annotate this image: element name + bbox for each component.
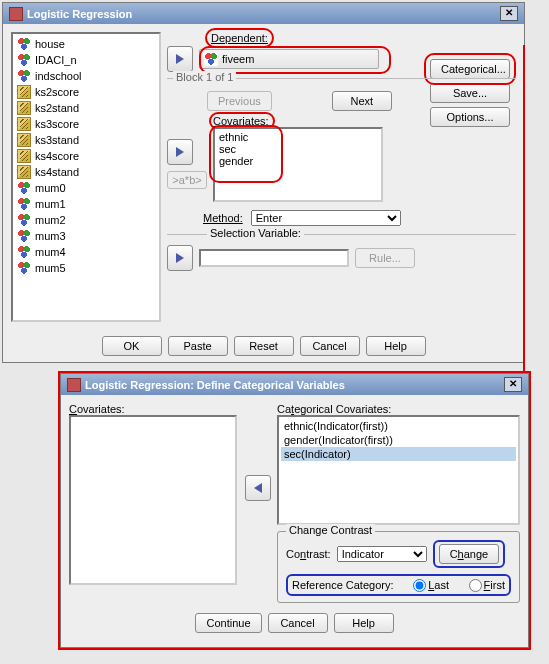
categorical-covariate-item[interactable]: sec(Indicator) [281,447,516,461]
variable-item[interactable]: ks3score [15,116,157,132]
block-label: Block 1 of 1 [173,71,236,83]
help-button[interactable]: Help [334,613,394,633]
last-radio[interactable] [413,579,426,592]
nominal-icon [17,229,31,243]
variable-item[interactable]: ks4stand [15,164,157,180]
dependent-field[interactable]: fiveem [199,49,379,69]
previous-button: Previous [207,91,272,111]
cancel-button[interactable]: Cancel [300,336,360,356]
paste-button[interactable]: Paste [168,336,228,356]
variable-item[interactable]: mum4 [15,244,157,260]
variable-name: mum0 [35,182,66,194]
variable-name: IDACI_n [35,54,77,66]
variable-name: ks4score [35,150,79,162]
contrast-select[interactable]: Indicator [337,546,427,562]
change-contrast-legend: Change Contrast [286,524,375,536]
variable-name: mum5 [35,262,66,274]
scale-icon [17,117,31,131]
variable-name: mum3 [35,230,66,242]
variable-item[interactable]: indschool [15,68,157,84]
covariates-label: Covariates: [69,403,239,415]
variable-item[interactable]: ks4score [15,148,157,164]
dependent-value: fiveem [222,53,254,65]
nominal-icon [17,53,31,67]
categorical-covariates-label: Categorical Covariates: [277,403,520,415]
variable-item[interactable]: house [15,36,157,52]
last-label: Last [428,579,449,591]
covariates-label: Covariates: [213,115,269,127]
variable-name: indschool [35,70,81,82]
contrast-label: Contrast: [286,548,331,560]
reference-category-label: Reference Category: [292,579,394,591]
connector-line [523,45,525,383]
variable-item[interactable]: mum1 [15,196,157,212]
categorical-covariate-item[interactable]: ethnic(Indicator(first)) [281,419,516,433]
variable-item[interactable]: ks2stand [15,100,157,116]
variable-item[interactable]: IDACI_n [15,52,157,68]
variable-item[interactable]: mum2 [15,212,157,228]
variable-item[interactable]: ks3stand [15,132,157,148]
selection-field[interactable] [199,249,349,267]
close-icon[interactable]: ✕ [504,377,522,392]
scale-icon [17,85,31,99]
cancel-button[interactable]: Cancel [268,613,328,633]
nominal-icon [17,69,31,83]
variable-name: ks2stand [35,102,79,114]
variable-name: ks4stand [35,166,79,178]
variable-name: mum2 [35,214,66,226]
categorical-covariates-list[interactable]: ethnic(Indicator(first))gender(Indicator… [277,415,520,525]
covariates-box[interactable]: ethnicsecgender [213,127,383,202]
covariate-item[interactable]: ethnic [219,131,377,143]
scale-icon [17,165,31,179]
method-label: Method: [203,212,243,224]
window-title: Logistic Regression: Define Categorical … [85,379,345,391]
move-selection-button[interactable] [167,245,193,271]
move-covariate-button[interactable] [167,139,193,165]
next-button[interactable]: Next [332,91,392,111]
variable-item[interactable]: ks2score [15,84,157,100]
app-icon [67,378,81,392]
help-button[interactable]: Help [366,336,426,356]
scale-icon [17,101,31,115]
scale-icon [17,149,31,163]
nominal-icon [17,245,31,259]
window-title: Logistic Regression [27,8,132,20]
nominal-icon [17,213,31,227]
nominal-icon [204,52,218,66]
nominal-icon [17,197,31,211]
interaction-button: >a*b> [167,171,207,189]
selection-label: Selection Variable: [207,227,304,239]
variable-name: mum1 [35,198,66,210]
variable-name: ks2score [35,86,79,98]
continue-button[interactable]: Continue [195,613,261,633]
reset-button[interactable]: Reset [234,336,294,356]
dependent-label: Dependent: [211,32,268,44]
variable-list[interactable]: houseIDACI_nindschoolks2scoreks2standks3… [11,32,161,322]
move-dependent-button[interactable] [167,46,193,72]
variable-item[interactable]: mum5 [15,260,157,276]
method-select[interactable]: Enter [251,210,401,226]
rule-button: Rule... [355,248,415,268]
variable-name: ks3stand [35,134,79,146]
first-label: First [484,579,505,591]
variable-name: mum4 [35,246,66,258]
variable-item[interactable]: mum0 [15,180,157,196]
variable-item[interactable]: mum3 [15,228,157,244]
nominal-icon [17,181,31,195]
ok-button[interactable]: OK [102,336,162,356]
covariate-item[interactable]: gender [219,155,377,167]
variable-name: ks3score [35,118,79,130]
covariate-item[interactable]: sec [219,143,377,155]
scale-icon [17,133,31,147]
close-icon[interactable]: ✕ [500,6,518,21]
change-button[interactable]: Change [439,544,500,564]
nominal-icon [17,261,31,275]
nominal-icon [17,37,31,51]
categorical-covariate-item[interactable]: gender(Indicator(first)) [281,433,516,447]
move-left-button[interactable] [245,475,271,501]
covariates-list[interactable] [69,415,237,585]
app-icon [9,7,23,21]
first-radio[interactable] [469,579,482,592]
variable-name: house [35,38,65,50]
